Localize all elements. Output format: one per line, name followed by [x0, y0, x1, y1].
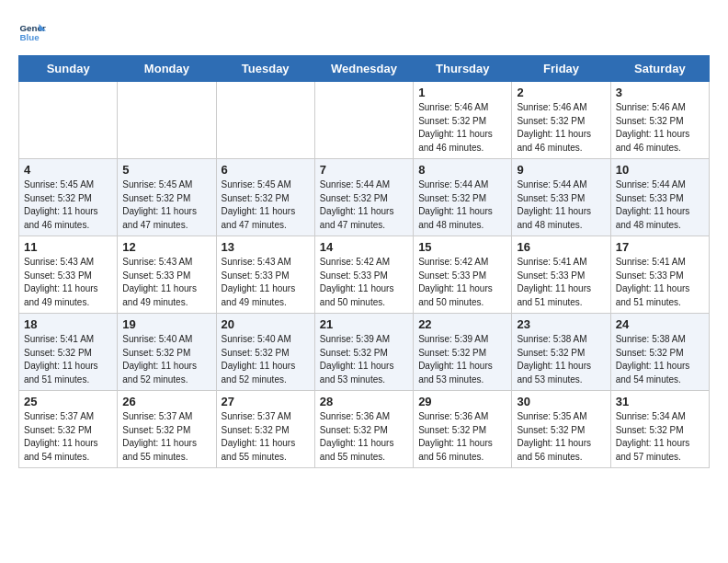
calendar-cell: 29Sunrise: 5:36 AM Sunset: 5:32 PM Dayli…	[414, 391, 512, 468]
day-info: Sunrise: 5:42 AM Sunset: 5:33 PM Dayligh…	[320, 256, 408, 309]
calendar-cell: 31Sunrise: 5:34 AM Sunset: 5:32 PM Dayli…	[610, 391, 709, 468]
day-info: Sunrise: 5:43 AM Sunset: 5:33 PM Dayligh…	[24, 256, 112, 309]
day-number: 12	[122, 240, 210, 254]
calendar-cell	[314, 82, 413, 159]
calendar-cell: 10Sunrise: 5:44 AM Sunset: 5:33 PM Dayli…	[610, 159, 709, 236]
day-info: Sunrise: 5:39 AM Sunset: 5:32 PM Dayligh…	[320, 333, 408, 386]
day-info: Sunrise: 5:38 AM Sunset: 5:32 PM Dayligh…	[517, 333, 605, 386]
day-number: 3	[616, 86, 704, 99]
calendar-cell: 13Sunrise: 5:43 AM Sunset: 5:33 PM Dayli…	[216, 236, 314, 314]
calendar-cell: 15Sunrise: 5:42 AM Sunset: 5:33 PM Dayli…	[414, 236, 512, 314]
calendar-week-5: 25Sunrise: 5:37 AM Sunset: 5:32 PM Dayli…	[19, 391, 710, 468]
page-header: General Blue	[18, 18, 710, 46]
day-number: 20	[222, 317, 310, 331]
calendar-table: SundayMondayTuesdayWednesdayThursdayFrid…	[18, 55, 710, 468]
calendar-cell: 2Sunrise: 5:46 AM Sunset: 5:32 PM Daylig…	[512, 82, 610, 159]
day-info: Sunrise: 5:41 AM Sunset: 5:32 PM Dayligh…	[24, 333, 112, 386]
day-number: 1	[418, 86, 506, 99]
calendar-header: SundayMondayTuesdayWednesdayThursdayFrid…	[19, 56, 710, 82]
day-number: 7	[320, 163, 408, 177]
header-cell-friday: Friday	[512, 56, 610, 82]
calendar-week-2: 4Sunrise: 5:45 AM Sunset: 5:32 PM Daylig…	[19, 159, 710, 236]
calendar-body: 1Sunrise: 5:46 AM Sunset: 5:32 PM Daylig…	[19, 82, 710, 468]
calendar-cell	[216, 82, 314, 159]
day-number: 25	[24, 395, 112, 408]
day-info: Sunrise: 5:35 AM Sunset: 5:32 PM Dayligh…	[517, 410, 605, 464]
calendar-cell: 18Sunrise: 5:41 AM Sunset: 5:32 PM Dayli…	[19, 314, 118, 391]
calendar-cell: 27Sunrise: 5:37 AM Sunset: 5:32 PM Dayli…	[216, 391, 314, 468]
day-number: 9	[517, 163, 605, 177]
calendar-cell: 1Sunrise: 5:46 AM Sunset: 5:32 PM Daylig…	[414, 82, 512, 159]
day-number: 2	[517, 86, 605, 99]
day-number: 23	[517, 317, 605, 331]
day-info: Sunrise: 5:44 AM Sunset: 5:32 PM Dayligh…	[418, 178, 506, 232]
header-row: SundayMondayTuesdayWednesdayThursdayFrid…	[19, 56, 710, 82]
day-info: Sunrise: 5:45 AM Sunset: 5:32 PM Dayligh…	[222, 178, 310, 232]
header-cell-wednesday: Wednesday	[314, 56, 413, 82]
calendar-cell: 6Sunrise: 5:45 AM Sunset: 5:32 PM Daylig…	[216, 159, 314, 236]
day-number: 28	[320, 395, 408, 408]
calendar-cell: 3Sunrise: 5:46 AM Sunset: 5:32 PM Daylig…	[610, 82, 709, 159]
day-number: 15	[418, 240, 506, 254]
day-info: Sunrise: 5:46 AM Sunset: 5:32 PM Dayligh…	[418, 101, 506, 155]
header-cell-sunday: Sunday	[19, 56, 118, 82]
day-number: 13	[222, 240, 310, 254]
calendar-cell: 23Sunrise: 5:38 AM Sunset: 5:32 PM Dayli…	[512, 314, 610, 391]
day-info: Sunrise: 5:40 AM Sunset: 5:32 PM Dayligh…	[222, 333, 310, 386]
calendar-cell: 22Sunrise: 5:39 AM Sunset: 5:32 PM Dayli…	[414, 314, 512, 391]
calendar-cell: 7Sunrise: 5:44 AM Sunset: 5:32 PM Daylig…	[314, 159, 413, 236]
calendar-week-4: 18Sunrise: 5:41 AM Sunset: 5:32 PM Dayli…	[19, 314, 710, 391]
logo-icon: General Blue	[18, 18, 46, 46]
day-info: Sunrise: 5:42 AM Sunset: 5:33 PM Dayligh…	[418, 256, 506, 309]
day-info: Sunrise: 5:37 AM Sunset: 5:32 PM Dayligh…	[122, 410, 210, 464]
day-info: Sunrise: 5:40 AM Sunset: 5:32 PM Dayligh…	[122, 333, 210, 386]
day-number: 14	[320, 240, 408, 254]
calendar-cell	[19, 82, 118, 159]
day-info: Sunrise: 5:45 AM Sunset: 5:32 PM Dayligh…	[24, 178, 112, 232]
day-number: 22	[418, 317, 506, 331]
day-info: Sunrise: 5:34 AM Sunset: 5:32 PM Dayligh…	[616, 410, 704, 464]
day-info: Sunrise: 5:46 AM Sunset: 5:32 PM Dayligh…	[517, 101, 605, 155]
day-info: Sunrise: 5:44 AM Sunset: 5:32 PM Dayligh…	[320, 178, 408, 232]
day-number: 18	[24, 317, 112, 331]
day-info: Sunrise: 5:36 AM Sunset: 5:32 PM Dayligh…	[320, 410, 408, 464]
calendar-week-1: 1Sunrise: 5:46 AM Sunset: 5:32 PM Daylig…	[19, 82, 710, 159]
day-info: Sunrise: 5:43 AM Sunset: 5:33 PM Dayligh…	[222, 256, 310, 309]
header-cell-monday: Monday	[118, 56, 216, 82]
day-info: Sunrise: 5:44 AM Sunset: 5:33 PM Dayligh…	[517, 178, 605, 232]
day-info: Sunrise: 5:37 AM Sunset: 5:32 PM Dayligh…	[222, 410, 310, 464]
calendar-cell: 19Sunrise: 5:40 AM Sunset: 5:32 PM Dayli…	[118, 314, 216, 391]
day-number: 29	[418, 395, 506, 408]
calendar-cell: 11Sunrise: 5:43 AM Sunset: 5:33 PM Dayli…	[19, 236, 118, 314]
day-number: 30	[517, 395, 605, 408]
day-number: 8	[418, 163, 506, 177]
day-info: Sunrise: 5:46 AM Sunset: 5:32 PM Dayligh…	[616, 101, 704, 155]
calendar-week-3: 11Sunrise: 5:43 AM Sunset: 5:33 PM Dayli…	[19, 236, 710, 314]
day-number: 19	[122, 317, 210, 331]
day-info: Sunrise: 5:43 AM Sunset: 5:33 PM Dayligh…	[122, 256, 210, 309]
day-info: Sunrise: 5:45 AM Sunset: 5:32 PM Dayligh…	[122, 178, 210, 232]
day-info: Sunrise: 5:41 AM Sunset: 5:33 PM Dayligh…	[517, 256, 605, 309]
day-number: 11	[24, 240, 112, 254]
calendar-cell: 8Sunrise: 5:44 AM Sunset: 5:32 PM Daylig…	[414, 159, 512, 236]
day-number: 16	[517, 240, 605, 254]
calendar-cell: 26Sunrise: 5:37 AM Sunset: 5:32 PM Dayli…	[118, 391, 216, 468]
day-number: 27	[222, 395, 310, 408]
header-cell-saturday: Saturday	[610, 56, 709, 82]
calendar-cell: 12Sunrise: 5:43 AM Sunset: 5:33 PM Dayli…	[118, 236, 216, 314]
logo: General Blue	[18, 18, 46, 46]
calendar-cell	[118, 82, 216, 159]
svg-text:Blue: Blue	[20, 32, 40, 42]
day-number: 26	[122, 395, 210, 408]
calendar-cell: 14Sunrise: 5:42 AM Sunset: 5:33 PM Dayli…	[314, 236, 413, 314]
day-number: 24	[616, 317, 704, 331]
calendar-cell: 16Sunrise: 5:41 AM Sunset: 5:33 PM Dayli…	[512, 236, 610, 314]
day-info: Sunrise: 5:38 AM Sunset: 5:32 PM Dayligh…	[616, 333, 704, 386]
calendar-cell: 30Sunrise: 5:35 AM Sunset: 5:32 PM Dayli…	[512, 391, 610, 468]
calendar-cell: 25Sunrise: 5:37 AM Sunset: 5:32 PM Dayli…	[19, 391, 118, 468]
calendar-cell: 5Sunrise: 5:45 AM Sunset: 5:32 PM Daylig…	[118, 159, 216, 236]
day-number: 4	[24, 163, 112, 177]
day-number: 6	[222, 163, 310, 177]
day-number: 21	[320, 317, 408, 331]
day-number: 31	[616, 395, 704, 408]
